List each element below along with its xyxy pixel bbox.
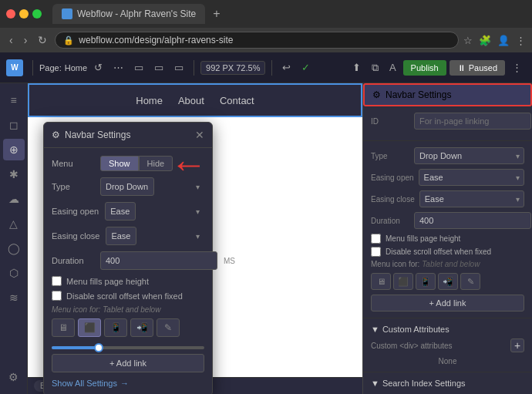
traffic-light-red[interactable] <box>6 9 15 19</box>
sidebar-icon-search[interactable]: ≋ <box>3 287 25 308</box>
toolbar-divider-1 <box>32 60 33 76</box>
preview-btn[interactable]: A <box>386 59 400 76</box>
show-all-settings-button[interactable]: Show All Settings → <box>52 379 129 388</box>
back-button[interactable]: ‹ <box>6 32 16 48</box>
toolbar-divider-3 <box>271 60 272 76</box>
sidebar-icon-settings[interactable]: ⚙ <box>3 366 25 388</box>
custom-attrib-row: Custom <div> attributes + <box>371 338 524 352</box>
toolbar-view2-btn[interactable]: ▭ <box>150 59 167 76</box>
reload-button[interactable]: ↻ <box>35 32 50 48</box>
right-panel-header: ⚙ Navbar Settings <box>363 83 532 106</box>
show-all-arrow: → <box>120 379 129 388</box>
traffic-light-green[interactable] <box>32 9 42 19</box>
toolbar-divider-2 <box>194 60 194 76</box>
icon-btn-mobile-p[interactable]: 📲 <box>130 318 153 337</box>
panel-add-link-button[interactable]: + Add link <box>371 295 524 311</box>
panel-easing-open-select[interactable]: Ease <box>419 169 524 186</box>
duration-row: Duration MS <box>52 251 204 270</box>
browser-tab[interactable]: Webflow - Alphr Raven's Site <box>52 4 205 24</box>
share-btn[interactable]: ⬆ <box>348 59 365 76</box>
sidebar-icon-ecommerce[interactable]: ⬡ <box>3 262 25 284</box>
search-index-accordion[interactable]: ▼ Search Index Settings <box>371 379 524 388</box>
profile-icon[interactable]: 👤 <box>497 35 510 46</box>
forward-button[interactable]: › <box>21 32 31 48</box>
modal-gear-icon: ⚙ <box>52 130 60 140</box>
panel-type-select[interactable]: Drop Down <box>414 147 524 164</box>
menu-icon[interactable]: ⋮ <box>516 35 526 46</box>
bookmark-icon[interactable]: ☆ <box>463 35 473 46</box>
modal-close-button[interactable]: ✕ <box>195 129 204 141</box>
page-indicator: Page: Home <box>39 63 87 72</box>
panel-icon-desktop[interactable]: 🖥 <box>371 273 391 290</box>
paused-button[interactable]: ⏸ Paused <box>450 60 505 76</box>
easing-close-field-row: Easing close Ease <box>371 190 524 207</box>
sidebar-icon-cms[interactable]: ◯ <box>3 237 25 259</box>
type-label: Type <box>52 182 94 191</box>
page-label: Page: <box>39 63 62 72</box>
add-attribute-button[interactable]: + <box>510 338 524 352</box>
nav-actions: ☆ 🧩 👤 ⋮ <box>463 35 526 46</box>
duration-input[interactable] <box>100 251 217 270</box>
easing-open-label: Easing open <box>52 207 99 216</box>
show-button[interactable]: Show <box>100 156 139 171</box>
panel-easing-close-wrapper: Ease <box>419 190 524 207</box>
sidebar-icon-add[interactable]: ⊕ <box>3 139 25 160</box>
icon-btn-tablet[interactable]: ⬛ <box>78 318 101 337</box>
panel-menu-icon-desc: Tablet and below <box>422 260 480 268</box>
panel-duration-input[interactable] <box>414 212 531 229</box>
attrib-none-value: None <box>371 357 524 365</box>
easing-close-label: Easing close <box>52 231 99 241</box>
panel-icon-row: 🖥 ⬛ 📱 📲 ✎ <box>371 273 524 290</box>
editor-main: ≡ ◻ ⊕ ✱ ☁ △ ◯ ⬡ ≋ ⚙ Home About Contact ↓ <box>0 83 532 394</box>
panel-disable-scroll-checkbox[interactable] <box>371 247 381 257</box>
toolbar-view-btn[interactable]: ▭ <box>130 59 147 76</box>
type-select[interactable]: Drop Down <box>100 177 154 196</box>
sidebar-icon-pages[interactable]: ◻ <box>3 114 25 136</box>
traffic-light-yellow[interactable] <box>19 9 29 19</box>
more-btn[interactable]: ⋮ <box>508 59 526 76</box>
search-index-section: ▼ Search Index Settings Exclude Navbar's… <box>363 372 532 394</box>
id-label: ID <box>371 117 409 126</box>
icon-btn-desktop[interactable]: 🖥 <box>52 318 75 337</box>
icon-btn-edit[interactable]: ✎ <box>157 318 180 337</box>
type-row: Type Drop Down <box>52 177 204 196</box>
custom-attributes-accordion[interactable]: ▼ Custom Attributes <box>371 325 524 334</box>
panel-icon-mobile-l[interactable]: 📱 <box>416 273 436 290</box>
easing-close-select[interactable]: Ease <box>106 227 136 245</box>
sidebar-icon-components[interactable]: ✱ <box>3 163 25 185</box>
slider-thumb[interactable] <box>94 343 103 352</box>
disable-scroll-checkbox[interactable] <box>52 291 62 301</box>
id-input[interactable] <box>414 113 531 130</box>
publish-button[interactable]: Publish <box>403 60 446 76</box>
address-bar[interactable]: 🔒 webflow.com/design/alphr-ravens-site <box>55 32 459 49</box>
undo-btn[interactable]: ↩ <box>278 59 295 76</box>
menu-fills-checkbox[interactable] <box>52 276 62 286</box>
redo-btn[interactable]: ✓ <box>298 59 314 76</box>
modal-body: Menu Show Hide Type Drop Down <box>44 148 212 394</box>
hide-button[interactable]: Hide <box>139 156 173 171</box>
accordion-arrow: ▼ <box>371 325 379 334</box>
easing-close-select-wrapper: Ease <box>106 227 204 245</box>
new-tab-button[interactable]: + <box>213 7 220 21</box>
panel-icon-tablet[interactable]: ⬛ <box>393 273 413 290</box>
sidebar-icon-interactions[interactable]: △ <box>3 213 25 234</box>
panel-menu-fills-label: Menu fills page height <box>386 234 460 243</box>
toolbar-refresh-btn[interactable]: ↺ <box>90 59 106 76</box>
panel-menu-icon-label: Menu icon for: <box>371 260 419 268</box>
panel-icon-mobile-p[interactable]: 📲 <box>438 273 458 290</box>
easing-open-select[interactable]: Ease <box>105 202 136 221</box>
add-link-button[interactable]: + Add link <box>52 354 204 372</box>
panel-icon-edit[interactable]: ✎ <box>460 273 480 290</box>
address-text: webflow.com/design/alphr-ravens-site <box>79 35 233 45</box>
panel-menu-fills-checkbox[interactable] <box>371 234 381 244</box>
panel-disable-scroll-row: Disable scroll offset when fixed <box>371 247 524 257</box>
extensions-icon[interactable]: 🧩 <box>479 35 491 46</box>
duration-field-row: Duration <box>371 212 524 229</box>
toolbar-settings-btn[interactable]: ⋯ <box>109 59 127 76</box>
icon-btn-mobile-l[interactable]: 📱 <box>104 318 127 337</box>
panel-easing-close-select[interactable]: Ease <box>419 190 524 207</box>
toolbar-view3-btn[interactable]: ▭ <box>170 59 187 76</box>
sidebar-icon-structure[interactable]: ≡ <box>3 89 25 111</box>
sidebar-icon-assets[interactable]: ☁ <box>3 188 25 210</box>
copy-btn[interactable]: ⧉ <box>368 59 382 76</box>
